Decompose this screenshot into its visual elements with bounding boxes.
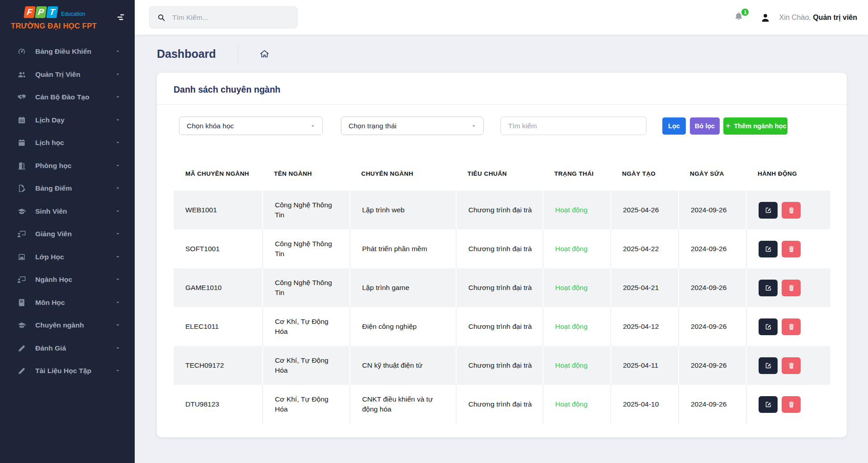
sidebar-item-classes[interactable]: Lớp Học xyxy=(0,246,135,269)
cell-created: 2025-04-22 xyxy=(610,229,678,268)
column-header: CHUYÊN NGÀNH xyxy=(349,165,456,183)
majors-card: Danh sách chuyên ngành Chọn khóa học Chọ… xyxy=(157,73,847,437)
sidebar-item-label: Bảng Điều Khiển xyxy=(35,47,115,56)
course-select[interactable]: Chọn khóa học xyxy=(179,117,323,135)
cell-standard: Chương trình đại trà xyxy=(456,346,542,385)
delete-button[interactable] xyxy=(782,396,801,413)
topbar: 1 Xin Chào, Quản trị viên xyxy=(135,0,868,35)
cell-code: DTU98123 xyxy=(174,385,262,424)
add-major-button[interactable]: Thêm ngành học xyxy=(723,117,788,135)
caret-down-icon xyxy=(310,123,316,129)
cell-status: Hoạt động xyxy=(542,385,610,424)
table-row: SOFT1001Công Nghệ Thông TinPhát triển ph… xyxy=(174,229,830,268)
delete-button[interactable] xyxy=(782,280,801,296)
home-icon[interactable] xyxy=(259,48,270,59)
edit-button[interactable] xyxy=(759,241,778,257)
plus-icon xyxy=(725,122,731,129)
pen-square-icon xyxy=(764,206,772,214)
notification-badge: 1 xyxy=(741,8,750,17)
handshake-icon xyxy=(17,93,28,102)
sidebar-item-dashboard[interactable]: Bảng Điều Khiển xyxy=(0,40,135,63)
breadcrumb-divider xyxy=(238,44,238,64)
cell-actions xyxy=(746,385,830,424)
course-select-value: Chọn khóa học xyxy=(187,122,234,130)
pen-square-icon xyxy=(764,362,772,369)
brand-education-label: Education xyxy=(61,11,85,17)
pencil-icon xyxy=(17,344,28,353)
table-search-input[interactable] xyxy=(500,117,646,135)
delete-button[interactable] xyxy=(782,202,801,219)
trash-icon xyxy=(788,284,795,292)
chevron-down-icon xyxy=(115,299,121,306)
filter-row: Chọn khóa học Chọn trạng thái Lọc Bỏ lọc… xyxy=(157,105,847,135)
sidebar-item-students[interactable]: Sinh Viên xyxy=(0,200,135,223)
table-row: WEB1001Công Nghệ Thông TinLập trình webC… xyxy=(174,191,830,229)
edit-button[interactable] xyxy=(759,318,778,335)
cell-actions xyxy=(746,307,830,346)
sidebar-item-subjects[interactable]: Môn Học xyxy=(0,291,135,314)
table-row: TECH09172Cơ Khí, Tự Động HóaCN kỹ thuật … xyxy=(174,346,830,385)
sidebar-item-label: Quản Trị Viên xyxy=(35,70,115,79)
global-search-input[interactable] xyxy=(172,14,285,22)
chevron-down-icon xyxy=(115,276,121,283)
sidebar-item-lecturers[interactable]: Giảng Viên xyxy=(0,223,135,246)
delete-button[interactable] xyxy=(782,241,801,257)
pen-square-icon xyxy=(764,245,772,253)
trash-icon xyxy=(788,323,795,331)
status-select[interactable]: Chọn trạng thái xyxy=(341,117,484,135)
sidebar-item-label: Lịch Dạy xyxy=(35,116,115,124)
sidebar-item-materials[interactable]: Tài Liệu Học Tập xyxy=(0,360,135,383)
cell-updated: 2024-09-26 xyxy=(678,229,746,268)
table-row: DTU98123Cơ Khí, Tự Động HóaCNKT điều khi… xyxy=(174,385,830,424)
column-header: MÃ CHUYÊN NGÀNH xyxy=(174,165,262,183)
pen-square-icon xyxy=(764,284,772,292)
trash-icon xyxy=(788,206,795,214)
sidebar-item-reviews[interactable]: Đánh Giá xyxy=(0,337,135,360)
cell-major: Điện công nghiệp xyxy=(349,307,456,346)
filter-button[interactable]: Lọc xyxy=(662,117,686,135)
cell-standard: Chương trình đại trà xyxy=(456,191,542,229)
cell-actions xyxy=(746,346,830,385)
sidebar-item-admins[interactable]: Quản Trị Viên xyxy=(0,63,135,86)
pen-square-icon xyxy=(764,323,772,331)
sidebar-item-label: Chuyên ngành xyxy=(35,321,115,329)
gauge-icon xyxy=(17,47,28,56)
cell-status: Hoạt động xyxy=(542,307,610,346)
users-icon xyxy=(17,70,28,79)
delete-button[interactable] xyxy=(782,318,801,335)
greeting-user-name: Quản trị viên xyxy=(813,14,857,21)
edit-button[interactable] xyxy=(759,396,778,413)
edit-button[interactable] xyxy=(759,202,778,219)
sidebar-item-label: Phòng học xyxy=(35,162,115,170)
user-icon[interactable] xyxy=(760,12,771,23)
sidebar-item-grades[interactable]: Bảng Điểm xyxy=(0,177,135,200)
caret-down-icon xyxy=(471,123,477,129)
global-search[interactable] xyxy=(149,6,297,28)
sidebar-item-majors[interactable]: Chuyên ngành xyxy=(0,314,135,337)
fpt-letter-t: T xyxy=(46,6,58,18)
sidebar-item-faculties[interactable]: Ngành Học xyxy=(0,268,135,291)
sidebar-item-teaching-schedule[interactable]: Lịch Dạy xyxy=(0,109,135,132)
edit-button[interactable] xyxy=(759,280,778,296)
notifications-button[interactable]: 1 xyxy=(734,11,745,24)
edit-button[interactable] xyxy=(759,357,778,374)
chalkboard-user-icon xyxy=(17,229,28,239)
cell-updated: 2024-09-26 xyxy=(678,385,746,424)
delete-button[interactable] xyxy=(782,357,801,374)
column-header: NGÀY SỬA xyxy=(678,165,746,183)
cell-status: Hoạt động xyxy=(542,268,610,307)
clear-filter-button[interactable]: Bỏ lọc xyxy=(690,117,720,135)
cell-code: ELEC1011 xyxy=(174,307,262,346)
table-header: MÃ CHUYÊN NGÀNHTÊN NGÀNHCHUYÊN NGÀNHTIÊU… xyxy=(174,158,830,191)
sidebar-item-study-schedule[interactable]: Lịch học xyxy=(0,131,135,154)
cell-faculty: Cơ Khí, Tự Động Hóa xyxy=(262,385,349,424)
chevron-down-icon xyxy=(115,254,121,260)
sidebar-item-label: Môn Học xyxy=(35,299,115,307)
cell-major: CNKT điều khiển và tự động hóa xyxy=(349,385,456,424)
sidebar-item-training-staff[interactable]: Cán Bộ Đào Tạo xyxy=(0,86,135,109)
chevron-down-icon xyxy=(115,140,121,146)
sidebar-item-classrooms[interactable]: Phòng học xyxy=(0,154,135,178)
cell-faculty: Cơ Khí, Tự Động Hóa xyxy=(262,307,349,346)
sidebar-toggle-button[interactable] xyxy=(116,11,128,23)
column-header: TIÊU CHUẨN xyxy=(456,165,542,183)
